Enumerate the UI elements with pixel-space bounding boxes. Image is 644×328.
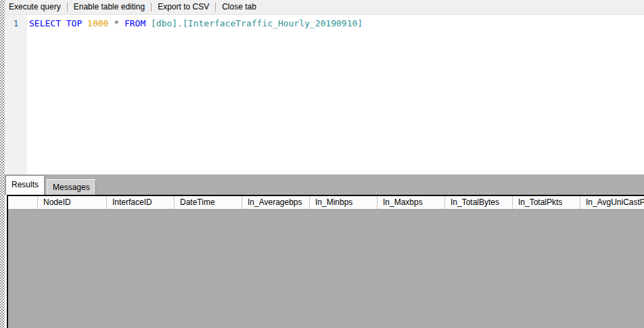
sql-code-area[interactable]: SELECT TOP 1000 * FROM [dbo].[InterfaceT… (27, 15, 644, 174)
sql-keyword: SELECT (29, 18, 66, 28)
close-tab-button[interactable]: Close tab (216, 0, 262, 14)
line-number: 1 (5, 18, 27, 28)
execute-query-button[interactable]: Execute query (5, 0, 67, 14)
query-toolbar: Execute query Enable table editing Expor… (5, 0, 644, 15)
results-grid: NodeID InterfaceID DateTime In_Averagebp… (7, 195, 644, 328)
tab-results[interactable]: Results (5, 175, 45, 195)
export-to-csv-button[interactable]: Export to CSV (152, 0, 215, 14)
column-header-in-maxbps[interactable]: In_Maxbps (377, 196, 445, 209)
sql-table-identifier: [dbo].[InterfaceTraffic_Hourly_20190910] (151, 18, 363, 28)
column-header-in-totalbytes[interactable]: In_TotalBytes (445, 196, 513, 209)
column-header-interfaceid[interactable]: InterfaceID (107, 196, 175, 209)
results-grid-body (8, 210, 644, 328)
row-selector-header[interactable] (8, 196, 38, 209)
sql-keyword: TOP (66, 18, 87, 28)
dock-splitter-grip[interactable] (0, 0, 5, 328)
sql-query-line: SELECT TOP 1000 * FROM [dbo].[InterfaceT… (29, 18, 644, 29)
query-tool-panel: Execute query Enable table editing Expor… (5, 0, 644, 328)
results-grid-header: NodeID InterfaceID DateTime In_Averagebp… (8, 196, 644, 210)
column-header-datetime[interactable]: DateTime (175, 196, 242, 209)
sql-keyword: FROM (124, 18, 151, 28)
results-tabstrip: Results Messages (5, 174, 644, 195)
tab-messages[interactable]: Messages (47, 179, 96, 195)
column-header-nodeid[interactable]: NodeID (38, 196, 107, 209)
line-number-gutter: 1 (5, 15, 27, 174)
column-header-in-totalpkts[interactable]: In_TotalPkts (513, 196, 580, 209)
column-header-in-minbps[interactable]: In_Minbps (310, 196, 377, 209)
column-header-in-avgunicastpkts[interactable]: In_AvgUniCastPkts (580, 196, 644, 209)
enable-table-editing-button[interactable]: Enable table editing (68, 0, 151, 14)
sql-number: 1000 (87, 18, 114, 28)
sql-operator: * (114, 18, 124, 28)
column-header-in-averagebps[interactable]: In_Averagebps (242, 196, 310, 209)
sql-editor: 1 SELECT TOP 1000 * FROM [dbo].[Interfac… (5, 15, 644, 174)
